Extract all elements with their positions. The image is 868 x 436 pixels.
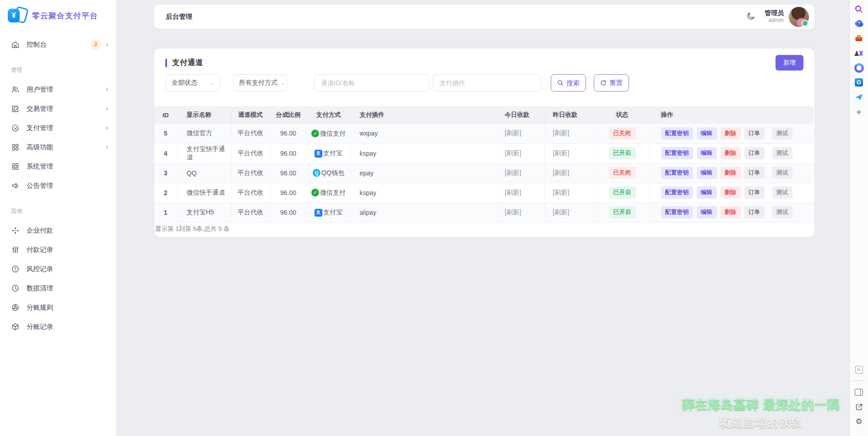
chess-icon[interactable]: ♟♜ bbox=[853, 48, 864, 59]
edit-button[interactable]: 编辑 bbox=[697, 206, 717, 218]
test-button[interactable]: 测试 bbox=[772, 206, 792, 218]
sidebar-item-system-management[interactable]: 系统管理 bbox=[0, 157, 116, 176]
orders-button[interactable]: 订单 bbox=[744, 147, 765, 159]
cell-id: 5 bbox=[154, 124, 177, 143]
cell-display-name: 微信官方 bbox=[177, 124, 231, 143]
payment-method-filter-select[interactable]: 所有支付方式 ⌄ bbox=[233, 74, 287, 92]
plugin-input[interactable] bbox=[433, 74, 541, 92]
payment-method-label: QQ钱包 bbox=[321, 169, 344, 177]
chevron-down-icon: ⌄ bbox=[209, 80, 215, 86]
delete-button[interactable]: 删除 bbox=[721, 147, 741, 159]
test-button[interactable]: 测试 bbox=[772, 147, 792, 159]
refresh-today-link[interactable]: [刷新] bbox=[505, 129, 521, 136]
toolbox-icon[interactable] bbox=[853, 33, 864, 44]
sidebar-item-split-records[interactable]: 分账记录 bbox=[0, 317, 116, 336]
refresh-today-link[interactable]: [刷新] bbox=[505, 208, 521, 216]
loop-icon[interactable] bbox=[853, 62, 864, 73]
delete-button[interactable]: 删除 bbox=[721, 206, 741, 218]
sidebar-item-data-cleanup[interactable]: 数据清理 bbox=[0, 278, 116, 298]
refresh-icon bbox=[600, 80, 607, 86]
outlook-icon[interactable]: O bbox=[853, 77, 864, 88]
reset-button[interactable]: 重置 bbox=[594, 74, 629, 92]
refresh-yesterday-link[interactable]: [刷新] bbox=[553, 169, 570, 176]
column-header: 支付插件 bbox=[350, 106, 499, 124]
sidebar-item-risk-records[interactable]: 风控记录 bbox=[0, 259, 116, 278]
config-key-button[interactable]: 配置密钥 bbox=[661, 167, 693, 179]
sidebar-item-label: 系统管理 bbox=[27, 162, 108, 171]
orders-button[interactable]: 订单 bbox=[744, 186, 765, 199]
screenshot-icon[interactable]: ✂ bbox=[853, 364, 864, 375]
cell-yesterday-income: [刷新] bbox=[544, 143, 595, 163]
sidebar-item-announcement-management[interactable]: 公告管理 bbox=[0, 176, 116, 195]
orders-button[interactable]: 订单 bbox=[744, 127, 765, 140]
cell-actions: 配置密钥编辑删除订单测试 bbox=[650, 143, 814, 163]
sidebar-item-payment-management[interactable]: 支付管理› bbox=[0, 118, 116, 137]
sidebar-item-split-rules[interactable]: 分账规则 bbox=[0, 298, 116, 317]
sidebar-item-enterprise-payment[interactable]: 企业付款 bbox=[0, 221, 116, 240]
config-key-button[interactable]: 配置密钥 bbox=[661, 127, 693, 140]
orders-button[interactable]: 订单 bbox=[744, 167, 765, 179]
edit-button[interactable]: 编辑 bbox=[697, 167, 717, 179]
test-button[interactable]: 测试 bbox=[772, 127, 792, 140]
refresh-yesterday-link[interactable]: [刷新] bbox=[553, 129, 570, 136]
telegram-icon[interactable] bbox=[853, 92, 864, 103]
search-icon[interactable] bbox=[853, 4, 864, 15]
table-summary: 显示第 1到第 5条,总共 5 条 bbox=[154, 223, 814, 237]
status-filter-select[interactable]: 全部状态 ⌄ bbox=[165, 74, 220, 92]
sidebar-item-dashboard[interactable]: 控制台 2 › bbox=[0, 35, 116, 54]
delete-button[interactable]: 删除 bbox=[721, 127, 741, 140]
table-row: 3QQ平台代收98.00QQQ钱包epay[刷新][刷新]已关闭配置密钥编辑删除… bbox=[154, 163, 814, 183]
edit-button[interactable]: 编辑 bbox=[697, 147, 717, 159]
sidebar-item-label: 控制台 bbox=[27, 40, 91, 49]
cell-today-income: [刷新] bbox=[499, 124, 544, 143]
split-view-icon[interactable] bbox=[853, 387, 864, 398]
add-icon[interactable]: + bbox=[853, 106, 864, 117]
cell-display-name: 支付宝快手通道 bbox=[177, 143, 231, 163]
yen-card-logo-icon: ¥ bbox=[8, 7, 26, 24]
cell-channel-mode: 平台代收 bbox=[231, 202, 270, 222]
sidebar-item-payment-records[interactable]: 付款记录 bbox=[0, 240, 116, 259]
cell-display-name: 微信快手通道 bbox=[177, 183, 231, 202]
reset-button-label: 重置 bbox=[609, 79, 623, 87]
hub-icon bbox=[11, 226, 20, 235]
settings-icon[interactable]: ⚙ bbox=[853, 416, 864, 427]
cell-plugin: alipay bbox=[350, 202, 499, 222]
sidebar-item-transaction-management[interactable]: 交易管理› bbox=[0, 99, 116, 118]
delete-button[interactable]: 删除 bbox=[721, 186, 741, 199]
cell-status: 已关闭 bbox=[595, 163, 650, 183]
edit-button[interactable]: 编辑 bbox=[697, 127, 717, 140]
refresh-today-link[interactable]: [刷新] bbox=[505, 149, 521, 157]
refresh-today-link[interactable]: [刷新] bbox=[505, 189, 521, 196]
channel-id-input[interactable] bbox=[314, 74, 429, 92]
tag-icon[interactable] bbox=[853, 18, 864, 29]
refresh-yesterday-link[interactable]: [刷新] bbox=[553, 189, 570, 196]
test-button[interactable]: 测试 bbox=[772, 167, 792, 179]
status-badge: 已关闭 bbox=[609, 127, 636, 140]
cell-actions: 配置密钥编辑删除订单测试 bbox=[650, 202, 814, 222]
refresh-today-link[interactable]: [刷新] bbox=[505, 169, 521, 176]
config-key-button[interactable]: 配置密钥 bbox=[661, 206, 693, 218]
test-button[interactable]: 测试 bbox=[772, 186, 792, 199]
cell-channel-mode: 平台代收 bbox=[231, 163, 270, 183]
edit-button[interactable]: 编辑 bbox=[697, 186, 717, 199]
add-button[interactable]: 新增 bbox=[776, 55, 803, 71]
config-key-button[interactable]: 配置密钥 bbox=[661, 147, 693, 159]
dark-mode-toggle[interactable] bbox=[746, 11, 755, 22]
cell-today-income: [刷新] bbox=[499, 163, 544, 183]
search-button[interactable]: 搜索 bbox=[551, 74, 586, 92]
delete-button[interactable]: 删除 bbox=[721, 167, 741, 179]
sidebar-item-advanced-features[interactable]: 高级功能› bbox=[0, 137, 116, 157]
user-avatar[interactable] bbox=[789, 7, 809, 27]
config-key-button[interactable]: 配置密钥 bbox=[661, 186, 693, 199]
orders-button[interactable]: 订单 bbox=[744, 206, 765, 218]
column-header: 显示名称 bbox=[177, 106, 231, 124]
grid-icon bbox=[11, 162, 20, 171]
column-header: 状态 bbox=[595, 106, 650, 124]
refresh-yesterday-link[interactable]: [刷新] bbox=[553, 149, 570, 157]
external-link-icon[interactable] bbox=[853, 401, 864, 412]
status-badge: 已开启 bbox=[609, 206, 636, 218]
refresh-yesterday-link[interactable]: [刷新] bbox=[553, 208, 570, 216]
cell-split-ratio: 96.00 bbox=[270, 202, 307, 222]
cell-split-ratio: 96.00 bbox=[270, 124, 307, 143]
sidebar-item-user-management[interactable]: 用户管理› bbox=[0, 80, 116, 99]
